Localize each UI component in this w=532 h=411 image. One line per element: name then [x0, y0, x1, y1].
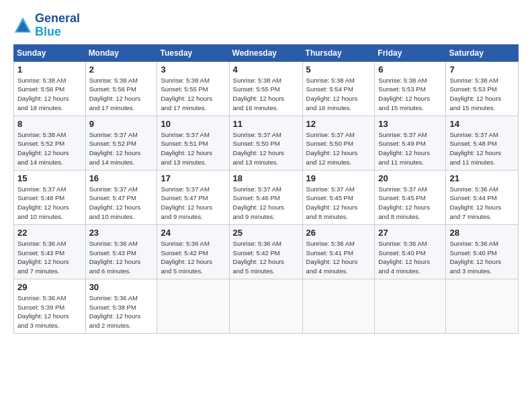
- calendar-header-row: SundayMondayTuesdayWednesdayThursdayFrid…: [14, 44, 519, 61]
- calendar-cell: 22Sunrise: 5:36 AMSunset: 5:43 PMDayligh…: [14, 224, 86, 279]
- calendar-cell: 30Sunrise: 5:36 AMSunset: 5:38 PMDayligh…: [85, 279, 157, 333]
- day-number: 6: [378, 64, 442, 75]
- calendar-week-row: 29Sunrise: 5:36 AMSunset: 5:39 PMDayligh…: [14, 279, 519, 333]
- day-info: Sunrise: 5:36 AMSunset: 5:40 PMDaylight:…: [378, 239, 442, 276]
- day-info: Sunrise: 5:38 AMSunset: 5:53 PMDaylight:…: [378, 76, 442, 113]
- weekday-header: Wednesday: [229, 44, 302, 61]
- day-info: Sunrise: 5:37 AMSunset: 5:48 PMDaylight:…: [449, 130, 515, 167]
- day-info: Sunrise: 5:36 AMSunset: 5:39 PMDaylight:…: [17, 293, 82, 330]
- day-number: 5: [306, 64, 371, 75]
- calendar-cell: 12Sunrise: 5:37 AMSunset: 5:50 PMDayligh…: [302, 116, 375, 170]
- day-number: 17: [161, 173, 225, 183]
- day-info: Sunrise: 5:37 AMSunset: 5:52 PMDaylight:…: [89, 130, 154, 167]
- logo: General Blue: [13, 12, 80, 39]
- calendar-cell: 27Sunrise: 5:36 AMSunset: 5:40 PMDayligh…: [375, 224, 446, 279]
- day-info: Sunrise: 5:38 AMSunset: 5:56 PMDaylight:…: [89, 76, 154, 113]
- day-info: Sunrise: 5:36 AMSunset: 5:38 PMDaylight:…: [89, 293, 154, 330]
- day-number: 22: [17, 228, 82, 238]
- calendar-cell: 17Sunrise: 5:37 AMSunset: 5:47 PMDayligh…: [157, 170, 229, 224]
- calendar-cell: 25Sunrise: 5:36 AMSunset: 5:42 PMDayligh…: [229, 224, 302, 279]
- calendar-cell: 13Sunrise: 5:37 AMSunset: 5:49 PMDayligh…: [375, 116, 446, 170]
- weekday-header: Monday: [85, 44, 157, 61]
- day-info: Sunrise: 5:37 AMSunset: 5:50 PMDaylight:…: [306, 130, 371, 167]
- calendar-cell: 19Sunrise: 5:37 AMSunset: 5:45 PMDayligh…: [302, 170, 375, 224]
- day-info: Sunrise: 5:37 AMSunset: 5:47 PMDaylight:…: [161, 185, 225, 222]
- day-number: 12: [306, 119, 371, 129]
- day-number: 25: [233, 228, 299, 238]
- day-number: 2: [89, 64, 154, 75]
- calendar-cell: [302, 279, 375, 333]
- page: General Blue SundayMondayTuesdayWednesda…: [0, 0, 532, 411]
- day-info: Sunrise: 5:38 AMSunset: 5:55 PMDaylight:…: [161, 76, 225, 113]
- calendar-cell: 7Sunrise: 5:38 AMSunset: 5:53 PMDaylight…: [446, 61, 519, 116]
- day-number: 16: [89, 173, 154, 183]
- calendar-cell: 2Sunrise: 5:38 AMSunset: 5:56 PMDaylight…: [85, 61, 157, 116]
- day-number: 30: [89, 282, 154, 292]
- calendar-cell: 5Sunrise: 5:38 AMSunset: 5:54 PMDaylight…: [302, 61, 375, 116]
- day-number: 15: [17, 173, 82, 183]
- day-info: Sunrise: 5:37 AMSunset: 5:47 PMDaylight:…: [89, 185, 154, 222]
- day-info: Sunrise: 5:38 AMSunset: 5:56 PMDaylight:…: [17, 76, 82, 113]
- calendar-cell: 3Sunrise: 5:38 AMSunset: 5:55 PMDaylight…: [157, 61, 229, 116]
- header: General Blue: [13, 12, 519, 39]
- day-number: 3: [161, 64, 225, 75]
- day-info: Sunrise: 5:36 AMSunset: 5:43 PMDaylight:…: [17, 239, 82, 276]
- calendar-cell: 29Sunrise: 5:36 AMSunset: 5:39 PMDayligh…: [14, 279, 86, 333]
- calendar-cell: 16Sunrise: 5:37 AMSunset: 5:47 PMDayligh…: [85, 170, 157, 224]
- day-info: Sunrise: 5:37 AMSunset: 5:45 PMDaylight:…: [306, 185, 371, 222]
- day-info: Sunrise: 5:37 AMSunset: 5:45 PMDaylight:…: [378, 185, 442, 222]
- day-number: 20: [378, 173, 442, 183]
- calendar-cell: [157, 279, 229, 333]
- calendar-cell: 23Sunrise: 5:36 AMSunset: 5:43 PMDayligh…: [85, 224, 157, 279]
- calendar-cell: 4Sunrise: 5:38 AMSunset: 5:55 PMDaylight…: [229, 61, 302, 116]
- day-info: Sunrise: 5:38 AMSunset: 5:52 PMDaylight:…: [17, 130, 82, 167]
- calendar-cell: 21Sunrise: 5:36 AMSunset: 5:44 PMDayligh…: [446, 170, 519, 224]
- day-number: 28: [449, 228, 515, 238]
- day-number: 27: [378, 228, 442, 238]
- day-info: Sunrise: 5:36 AMSunset: 5:41 PMDaylight:…: [306, 239, 371, 276]
- calendar-cell: [446, 279, 519, 333]
- day-number: 1: [17, 64, 82, 75]
- logo-icon: [13, 16, 32, 35]
- day-info: Sunrise: 5:37 AMSunset: 5:48 PMDaylight:…: [17, 185, 82, 222]
- day-number: 11: [233, 119, 299, 129]
- calendar-cell: 15Sunrise: 5:37 AMSunset: 5:48 PMDayligh…: [14, 170, 86, 224]
- calendar-cell: 24Sunrise: 5:36 AMSunset: 5:42 PMDayligh…: [157, 224, 229, 279]
- day-info: Sunrise: 5:38 AMSunset: 5:54 PMDaylight:…: [306, 76, 371, 113]
- day-number: 10: [161, 119, 225, 129]
- day-number: 13: [378, 119, 442, 129]
- day-info: Sunrise: 5:37 AMSunset: 5:50 PMDaylight:…: [233, 130, 299, 167]
- day-number: 24: [161, 228, 225, 238]
- day-number: 26: [306, 228, 371, 238]
- calendar-cell: 11Sunrise: 5:37 AMSunset: 5:50 PMDayligh…: [229, 116, 302, 170]
- calendar-week-row: 8Sunrise: 5:38 AMSunset: 5:52 PMDaylight…: [14, 116, 519, 170]
- calendar-week-row: 1Sunrise: 5:38 AMSunset: 5:56 PMDaylight…: [14, 61, 519, 116]
- weekday-header: Friday: [375, 44, 446, 61]
- day-number: 8: [17, 119, 82, 129]
- day-info: Sunrise: 5:37 AMSunset: 5:49 PMDaylight:…: [378, 130, 442, 167]
- day-number: 7: [449, 64, 515, 75]
- logo-text: General Blue: [35, 12, 80, 39]
- day-info: Sunrise: 5:37 AMSunset: 5:46 PMDaylight:…: [233, 185, 299, 222]
- calendar-cell: 6Sunrise: 5:38 AMSunset: 5:53 PMDaylight…: [375, 61, 446, 116]
- weekday-header: Sunday: [14, 44, 86, 61]
- calendar-cell: 10Sunrise: 5:37 AMSunset: 5:51 PMDayligh…: [157, 116, 229, 170]
- day-number: 18: [233, 173, 299, 183]
- calendar-cell: 26Sunrise: 5:36 AMSunset: 5:41 PMDayligh…: [302, 224, 375, 279]
- calendar-cell: [229, 279, 302, 333]
- weekday-header: Saturday: [446, 44, 519, 61]
- day-info: Sunrise: 5:36 AMSunset: 5:44 PMDaylight:…: [449, 185, 515, 222]
- day-info: Sunrise: 5:38 AMSunset: 5:55 PMDaylight:…: [233, 76, 299, 113]
- calendar-cell: 9Sunrise: 5:37 AMSunset: 5:52 PMDaylight…: [85, 116, 157, 170]
- calendar-cell: 1Sunrise: 5:38 AMSunset: 5:56 PMDaylight…: [14, 61, 86, 116]
- day-number: 23: [89, 228, 154, 238]
- day-info: Sunrise: 5:37 AMSunset: 5:51 PMDaylight:…: [161, 130, 225, 167]
- day-info: Sunrise: 5:36 AMSunset: 5:42 PMDaylight:…: [233, 239, 299, 276]
- day-number: 29: [17, 282, 82, 292]
- day-info: Sunrise: 5:38 AMSunset: 5:53 PMDaylight:…: [449, 76, 515, 113]
- calendar-cell: 14Sunrise: 5:37 AMSunset: 5:48 PMDayligh…: [446, 116, 519, 170]
- calendar-week-row: 22Sunrise: 5:36 AMSunset: 5:43 PMDayligh…: [14, 224, 519, 279]
- calendar-cell: 28Sunrise: 5:36 AMSunset: 5:40 PMDayligh…: [446, 224, 519, 279]
- day-number: 9: [89, 119, 154, 129]
- weekday-header: Tuesday: [157, 44, 229, 61]
